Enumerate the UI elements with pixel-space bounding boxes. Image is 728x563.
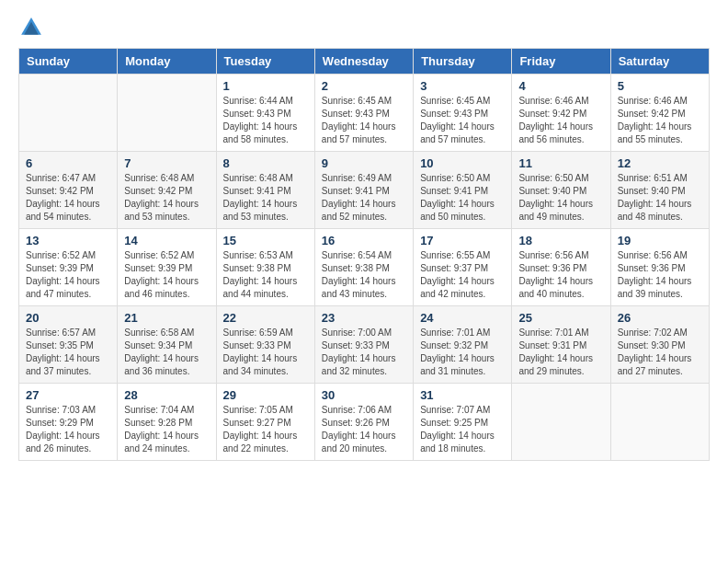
column-header-friday: Friday (512, 49, 610, 75)
day-number: 18 (518, 234, 603, 247)
day-cell: 10Sunrise: 6:50 AM Sunset: 9:41 PM Dayli… (414, 152, 512, 229)
day-cell: 4Sunrise: 6:46 AM Sunset: 9:42 PM Daylig… (512, 75, 610, 152)
day-info: Sunrise: 6:52 AM Sunset: 9:39 PM Dayligh… (26, 249, 110, 301)
day-number: 26 (618, 311, 702, 325)
day-cell: 9Sunrise: 6:49 AM Sunset: 9:41 PM Daylig… (314, 152, 413, 229)
day-info: Sunrise: 6:49 AM Sunset: 9:41 PM Dayligh… (322, 172, 406, 224)
day-info: Sunrise: 6:48 AM Sunset: 9:42 PM Dayligh… (124, 172, 209, 224)
day-info: Sunrise: 6:47 AM Sunset: 9:42 PM Dayligh… (26, 172, 110, 224)
day-cell: 18Sunrise: 6:56 AM Sunset: 9:36 PM Dayli… (512, 229, 610, 306)
day-cell: 2Sunrise: 6:45 AM Sunset: 9:43 PM Daylig… (314, 75, 413, 152)
week-row-3: 13Sunrise: 6:52 AM Sunset: 9:39 PM Dayli… (19, 229, 710, 306)
week-row-2: 6Sunrise: 6:47 AM Sunset: 9:42 PM Daylig… (19, 152, 710, 229)
day-info: Sunrise: 6:51 AM Sunset: 9:40 PM Dayligh… (618, 172, 702, 224)
day-info: Sunrise: 6:50 AM Sunset: 9:40 PM Dayligh… (518, 172, 603, 224)
day-number: 5 (618, 79, 702, 93)
day-info: Sunrise: 7:01 AM Sunset: 9:31 PM Dayligh… (518, 327, 603, 378)
day-cell: 13Sunrise: 6:52 AM Sunset: 9:39 PM Dayli… (19, 229, 118, 306)
day-cell: 26Sunrise: 7:02 AM Sunset: 9:30 PM Dayli… (610, 306, 709, 384)
day-cell: 5Sunrise: 6:46 AM Sunset: 9:42 PM Daylig… (610, 75, 709, 152)
day-info: Sunrise: 7:00 AM Sunset: 9:33 PM Dayligh… (322, 327, 406, 378)
day-number: 27 (26, 388, 110, 402)
day-cell: 6Sunrise: 6:47 AM Sunset: 9:42 PM Daylig… (19, 152, 118, 229)
day-number: 25 (518, 311, 603, 325)
week-row-4: 20Sunrise: 6:57 AM Sunset: 9:35 PM Dayli… (19, 306, 710, 384)
day-info: Sunrise: 7:06 AM Sunset: 9:26 PM Dayligh… (322, 404, 406, 455)
day-cell: 11Sunrise: 6:50 AM Sunset: 9:40 PM Dayli… (512, 152, 610, 229)
day-cell: 19Sunrise: 6:56 AM Sunset: 9:36 PM Dayli… (610, 229, 709, 306)
day-number: 8 (223, 156, 308, 170)
day-cell (118, 75, 216, 152)
day-cell: 25Sunrise: 7:01 AM Sunset: 9:31 PM Dayli… (512, 306, 610, 384)
day-cell: 24Sunrise: 7:01 AM Sunset: 9:32 PM Dayli… (414, 306, 512, 384)
day-cell: 12Sunrise: 6:51 AM Sunset: 9:40 PM Dayli… (610, 152, 709, 229)
day-number: 24 (420, 311, 505, 325)
day-cell: 21Sunrise: 6:58 AM Sunset: 9:34 PM Dayli… (118, 306, 216, 384)
day-info: Sunrise: 6:52 AM Sunset: 9:39 PM Dayligh… (124, 249, 209, 301)
day-info: Sunrise: 6:45 AM Sunset: 9:43 PM Dayligh… (420, 95, 505, 146)
day-info: Sunrise: 6:44 AM Sunset: 9:43 PM Dayligh… (223, 95, 308, 146)
day-info: Sunrise: 6:56 AM Sunset: 9:36 PM Dayligh… (518, 249, 603, 301)
day-info: Sunrise: 6:57 AM Sunset: 9:35 PM Dayligh… (26, 327, 110, 378)
day-number: 3 (420, 79, 505, 93)
day-info: Sunrise: 6:54 AM Sunset: 9:38 PM Dayligh… (322, 249, 406, 301)
day-info: Sunrise: 6:55 AM Sunset: 9:37 PM Dayligh… (420, 249, 505, 301)
column-header-tuesday: Tuesday (216, 49, 314, 75)
day-number: 2 (322, 79, 406, 93)
day-number: 6 (26, 156, 110, 170)
column-header-saturday: Saturday (610, 49, 709, 75)
day-number: 12 (618, 156, 702, 170)
day-info: Sunrise: 7:05 AM Sunset: 9:27 PM Dayligh… (223, 404, 308, 455)
column-header-monday: Monday (118, 49, 216, 75)
day-info: Sunrise: 6:50 AM Sunset: 9:41 PM Dayligh… (420, 172, 505, 224)
day-info: Sunrise: 7:01 AM Sunset: 9:32 PM Dayligh… (420, 327, 505, 378)
day-info: Sunrise: 6:46 AM Sunset: 9:42 PM Dayligh… (518, 95, 603, 146)
day-info: Sunrise: 6:46 AM Sunset: 9:42 PM Dayligh… (618, 95, 702, 146)
logo-icon (18, 15, 44, 40)
day-number: 31 (420, 388, 505, 402)
day-number: 14 (124, 234, 209, 247)
day-info: Sunrise: 6:48 AM Sunset: 9:41 PM Dayligh… (223, 172, 308, 224)
day-number: 23 (322, 311, 406, 325)
column-header-thursday: Thursday (414, 49, 512, 75)
day-number: 17 (420, 234, 505, 247)
calendar-header-row: SundayMondayTuesdayWednesdayThursdayFrid… (19, 49, 710, 75)
day-number: 9 (322, 156, 406, 170)
day-cell: 22Sunrise: 6:59 AM Sunset: 9:33 PM Dayli… (216, 306, 314, 384)
day-number: 20 (26, 311, 110, 325)
day-cell: 3Sunrise: 6:45 AM Sunset: 9:43 PM Daylig… (414, 75, 512, 152)
day-number: 1 (223, 79, 308, 93)
column-header-sunday: Sunday (19, 49, 118, 75)
day-number: 21 (124, 311, 209, 325)
day-info: Sunrise: 6:59 AM Sunset: 9:33 PM Dayligh… (223, 327, 308, 378)
day-number: 29 (223, 388, 308, 402)
day-number: 16 (322, 234, 406, 247)
day-number: 11 (518, 156, 603, 170)
day-cell: 31Sunrise: 7:07 AM Sunset: 9:25 PM Dayli… (414, 384, 512, 461)
day-cell: 23Sunrise: 7:00 AM Sunset: 9:33 PM Dayli… (314, 306, 413, 384)
week-row-1: 1Sunrise: 6:44 AM Sunset: 9:43 PM Daylig… (19, 75, 710, 152)
day-cell (19, 75, 118, 152)
day-cell: 27Sunrise: 7:03 AM Sunset: 9:29 PM Dayli… (19, 384, 118, 461)
page-header (18, 15, 710, 40)
column-header-wednesday: Wednesday (314, 49, 413, 75)
day-info: Sunrise: 6:56 AM Sunset: 9:36 PM Dayligh… (618, 249, 702, 301)
day-cell (512, 384, 610, 461)
day-number: 13 (26, 234, 110, 247)
day-cell: 16Sunrise: 6:54 AM Sunset: 9:38 PM Dayli… (314, 229, 413, 306)
day-info: Sunrise: 6:58 AM Sunset: 9:34 PM Dayligh… (124, 327, 209, 378)
day-info: Sunrise: 6:53 AM Sunset: 9:38 PM Dayligh… (223, 249, 308, 301)
day-info: Sunrise: 6:45 AM Sunset: 9:43 PM Dayligh… (322, 95, 406, 146)
day-cell: 15Sunrise: 6:53 AM Sunset: 9:38 PM Dayli… (216, 229, 314, 306)
day-number: 22 (223, 311, 308, 325)
logo (18, 15, 48, 40)
week-row-5: 27Sunrise: 7:03 AM Sunset: 9:29 PM Dayli… (19, 384, 710, 461)
day-number: 7 (124, 156, 209, 170)
day-info: Sunrise: 7:07 AM Sunset: 9:25 PM Dayligh… (420, 404, 505, 455)
day-cell: 28Sunrise: 7:04 AM Sunset: 9:28 PM Dayli… (118, 384, 216, 461)
day-number: 28 (124, 388, 209, 402)
calendar: SundayMondayTuesdayWednesdayThursdayFrid… (18, 48, 710, 461)
day-number: 10 (420, 156, 505, 170)
day-info: Sunrise: 7:03 AM Sunset: 9:29 PM Dayligh… (26, 404, 110, 455)
day-number: 15 (223, 234, 308, 247)
